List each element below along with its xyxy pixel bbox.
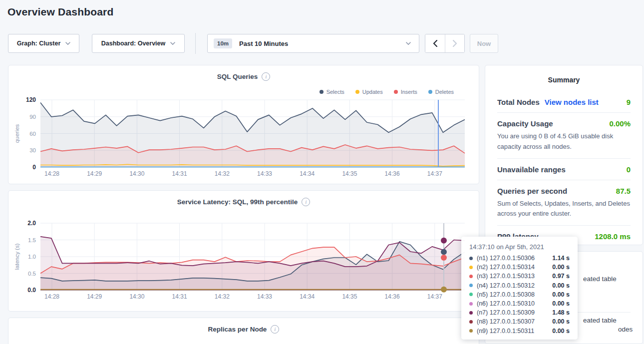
tooltip-row: (n7) 127.0.0.1:50309 1.48 s <box>469 308 570 317</box>
tooltip-node-value: 0.00 s <box>552 300 570 307</box>
svg-text:1.0: 1.0 <box>28 254 36 260</box>
summary-title: Summary <box>497 65 631 91</box>
event-row-fragment: eated table <box>583 275 617 283</box>
tooltip-node-label: (n7) 127.0.0.1:50309 <box>477 309 535 316</box>
time-range-badge: 10m <box>214 38 232 48</box>
capacity-usage-value: 0.00% <box>609 119 631 128</box>
svg-text:14:30: 14:30 <box>129 293 144 300</box>
view-nodes-list-link[interactable]: View nodes list <box>545 98 599 106</box>
svg-text:14:32: 14:32 <box>215 293 230 300</box>
svg-text:14:30: 14:30 <box>129 170 144 177</box>
svg-text:14:36: 14:36 <box>385 170 400 177</box>
queries-per-second-description: Sum of Selects, Updates, Inserts, and De… <box>497 199 631 220</box>
svg-text:14:37: 14:37 <box>427 170 442 177</box>
svg-text:14:31: 14:31 <box>172 170 187 177</box>
dashboard-label: Dashboard: Overview <box>101 40 166 47</box>
queries-per-second-value: 87.5 <box>616 187 631 195</box>
tooltip-row: (n5) 127.0.0.1:50308 0.00 s <box>469 290 570 299</box>
dashboard-dropdown[interactable]: Dashboard: Overview <box>92 34 185 53</box>
capacity-usage-label: Capacity Usage <box>497 119 553 128</box>
svg-text:14:34: 14:34 <box>300 293 315 300</box>
time-next-button[interactable] <box>445 34 464 52</box>
time-range-dropdown[interactable]: 10m Past 10 Minutes <box>207 34 419 53</box>
unavailable-ranges-row: Unavailable ranges 0 <box>497 158 631 180</box>
series-color-dot <box>469 320 473 324</box>
svg-text:60: 60 <box>29 131 36 137</box>
tooltip-timestamp: 14:37:10 on Apr 5th, 2021 <box>469 243 570 251</box>
tooltip-node-label: (n4) 127.0.0.1:50312 <box>477 282 535 289</box>
queries-per-second-row: Queries per second 87.5 Sum of Selects, … <box>497 180 631 226</box>
chevron-right-icon <box>453 40 457 47</box>
event-row-fragment: odes <box>618 326 633 333</box>
series-color-dot <box>469 311 473 315</box>
tooltip-node-label: (n2) 127.0.0.1:50314 <box>477 264 535 271</box>
svg-text:14:29: 14:29 <box>87 293 102 300</box>
svg-text:14:36: 14:36 <box>385 293 400 300</box>
series-color-dot <box>469 257 473 260</box>
svg-text:14:35: 14:35 <box>342 293 357 300</box>
event-row-fragment: eated table <box>583 317 617 324</box>
svg-text:0.5: 0.5 <box>28 271 36 277</box>
svg-text:30: 30 <box>29 147 36 153</box>
capacity-usage-description: You are using 0 B of 4.5 GiB usable disk… <box>497 131 631 152</box>
chart-hover-tooltip: 14:37:10 on Apr 5th, 2021 (n1) 127.0.0.1… <box>461 237 578 340</box>
toolbar-divider <box>195 33 196 54</box>
total-nodes-label: Total Nodes <box>497 98 540 106</box>
graph-scope-dropdown[interactable]: Graph: Cluster <box>8 34 79 53</box>
total-nodes-value: 9 <box>627 98 631 106</box>
chevron-down-icon <box>65 42 70 45</box>
svg-text:14:31: 14:31 <box>172 293 187 300</box>
series-color-dot <box>469 284 473 287</box>
tooltip-node-value: 0.00 s <box>552 328 570 335</box>
svg-text:14:33: 14:33 <box>257 170 272 177</box>
tooltip-node-value: 1.14 s <box>552 255 570 262</box>
queries-per-second-label: Queries per second <box>497 187 567 195</box>
page-title: Overview Dashboard <box>7 6 114 18</box>
time-prev-button[interactable] <box>425 34 445 52</box>
svg-text:1.5: 1.5 <box>28 237 36 243</box>
tooltip-node-label: (n6) 127.0.0.1:50310 <box>477 300 535 307</box>
tooltip-node-value: 0.97 s <box>552 273 570 280</box>
tooltip-node-value: 1.48 s <box>552 309 570 316</box>
svg-text:0.0: 0.0 <box>27 287 36 294</box>
tooltip-node-label: (n9) 127.0.0.1:50311 <box>477 328 534 335</box>
svg-text:14:35: 14:35 <box>342 170 357 177</box>
tooltip-row: (n3) 127.0.0.1:50313 0.97 s <box>469 272 570 281</box>
svg-text:14:34: 14:34 <box>300 170 315 177</box>
series-color-dot <box>469 302 473 306</box>
tooltip-node-label: (n1) 127.0.0.1:50306 <box>477 255 535 262</box>
svg-text:90: 90 <box>29 114 36 120</box>
tooltip-row: (n4) 127.0.0.1:50312 0.00 s <box>469 281 570 290</box>
series-color-dot <box>469 293 473 296</box>
total-nodes-row: Total Nodes View nodes list 9 <box>497 91 631 112</box>
tooltip-node-label: (n8) 127.0.0.1:50307 <box>477 318 535 325</box>
tooltip-node-value: 0.00 s <box>552 318 570 325</box>
tooltip-row: (n6) 127.0.0.1:50310 0.00 s <box>469 299 570 308</box>
p99-latency-value: 1208.0 ms <box>595 232 631 241</box>
svg-text:0: 0 <box>32 164 36 171</box>
chevron-down-icon <box>170 42 175 45</box>
sql-queries-chart[interactable]: 030609012014:2814:2914:3014:3114:3214:33… <box>8 65 480 185</box>
tooltip-row: (n9) 127.0.0.1:50311 0.00 s <box>469 327 570 336</box>
svg-text:120: 120 <box>26 96 36 103</box>
tooltip-node-value: 0.00 s <box>552 282 570 289</box>
time-step-button-group <box>425 34 465 53</box>
svg-text:14:37: 14:37 <box>427 293 442 300</box>
unavailable-ranges-label: Unavailable ranges <box>497 165 566 174</box>
tooltip-row: (n2) 127.0.0.1:50314 0.00 s <box>469 263 570 272</box>
svg-text:latency (s): latency (s) <box>14 243 20 270</box>
replicas-per-node-title: Replicas per Node <box>208 326 267 333</box>
series-color-dot <box>469 329 473 333</box>
svg-text:queries: queries <box>14 124 20 143</box>
now-button[interactable]: Now <box>470 34 498 53</box>
info-icon[interactable]: i <box>271 325 279 334</box>
replicas-per-node-panel: Replicas per Node i <box>8 318 479 344</box>
tooltip-node-value: 0.00 s <box>552 291 570 298</box>
time-range-label: Past 10 Minutes <box>239 40 288 47</box>
svg-text:2.0: 2.0 <box>27 220 36 227</box>
service-latency-panel: Service Latency: SQL, 99th percentile i … <box>8 190 479 312</box>
service-latency-chart[interactable]: 0.00.51.01.52.014:2814:2914:3014:3114:32… <box>8 191 480 312</box>
unavailable-ranges-value: 0 <box>627 165 631 174</box>
tooltip-node-label: (n5) 127.0.0.1:50308 <box>477 291 535 298</box>
series-color-dot <box>469 266 473 269</box>
